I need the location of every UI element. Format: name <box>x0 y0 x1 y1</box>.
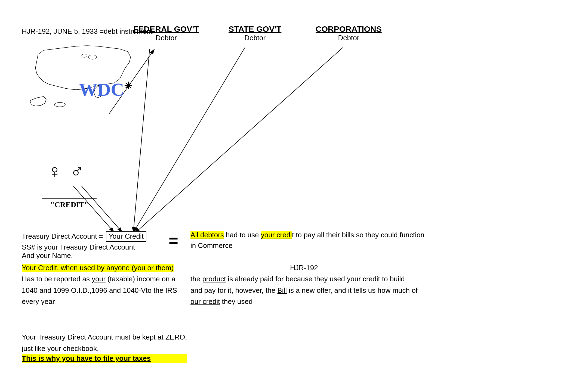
hjr192-bill: Bill <box>277 286 287 294</box>
form-numbers: 1040 and 1099 O.I.D.,1096 and 1040-Vto t… <box>22 286 177 306</box>
credit-line-decoration <box>42 198 97 199</box>
your-credit-section: Your Credit, when used by anyone (you or… <box>22 264 190 307</box>
debtors-commerce: in Commerce <box>190 241 233 250</box>
usa-map <box>22 38 136 115</box>
bottom-line1: Your Treasury Direct Account must be kep… <box>22 332 187 343</box>
credit-text: "CREDIT" <box>42 200 97 209</box>
treasury-line3: And your Name. <box>22 251 146 260</box>
hjr192-title: HJR-192 <box>190 264 418 272</box>
your-credit-box: Your Credit <box>106 231 146 242</box>
hjr192-new-offer: is a new offer, and it tells us how much… <box>287 286 418 294</box>
debtors-section: All debtors had to use your credit to pa… <box>190 230 424 251</box>
svg-point-7 <box>88 55 97 59</box>
hjr192-section: HJR-192 the product is already paid for … <box>190 264 418 307</box>
treasury-section: Treasury Direct Account = Your Credit SS… <box>22 231 146 260</box>
your-credit-highlighted-text: Your Credit, when used by anyone (you or… <box>22 264 174 272</box>
hjr-label: HJR-192, JUNE 5, 1933 =debt instrument <box>22 27 153 36</box>
female-symbol: ♀ <box>48 160 62 182</box>
hjr192-already-paid: is already paid for because they used yo… <box>226 275 405 283</box>
hjr192-product: product <box>202 275 226 283</box>
treasury-prefix: Treasury Direct Account = <box>22 232 103 241</box>
has-to-be-reported: Has to be reported as <box>22 275 90 283</box>
bottom-section: Your Treasury Direct Account must be kep… <box>22 332 187 363</box>
your-underlined: your <box>92 275 106 283</box>
bottom-file-taxes: This is why you have to file your taxes <box>22 354 187 363</box>
corporations-block: CORPORATIONS Debtor <box>316 24 382 42</box>
corporations-subtitle: Debtor <box>316 34 382 42</box>
male-symbol: ♂ <box>70 160 85 182</box>
state-govt-title: STATE GOV'T <box>229 24 281 34</box>
hjr192-they-used: they used <box>220 297 252 306</box>
wdc-label: WDC✳ <box>79 79 132 100</box>
hjr192-the: the <box>190 275 200 283</box>
your-credit-highlighted: your credi <box>261 231 292 239</box>
bottom-line2: just like your checkbook. <box>22 343 187 354</box>
svg-point-8 <box>82 54 87 57</box>
state-govt-block: STATE GOV'T Debtor <box>229 24 281 42</box>
debtors-rest: t to pay all their bills so they could f… <box>292 231 424 239</box>
treasury-line1: Treasury Direct Account = Your Credit <box>22 231 146 242</box>
debtors-had-to-use: had to use <box>224 231 261 239</box>
state-govt-subtitle: Debtor <box>229 34 281 42</box>
federal-govt-block: FEDERAL GOV'T Debtor <box>133 24 199 42</box>
federal-govt-title: FEDERAL GOV'T <box>133 24 199 34</box>
your-credit-highlighted-line: Your Credit, when used by anyone (you or… <box>22 264 190 272</box>
credit-label-block: "CREDIT" <box>42 198 97 209</box>
taxable-income: (taxable) income on a <box>106 275 175 283</box>
corporations-title: CORPORATIONS <box>316 24 382 34</box>
svg-line-6 <box>135 48 343 233</box>
hjr192-body: the product is already paid for because … <box>190 273 418 307</box>
svg-point-9 <box>54 102 65 107</box>
our-credit-text: our credit <box>190 297 220 306</box>
hjr192-and-pay: and pay for it, however, the <box>190 286 275 294</box>
federal-govt-subtitle: Debtor <box>133 34 199 42</box>
wdc-star-icon: ✳ <box>124 80 132 91</box>
svg-line-4 <box>82 186 122 232</box>
all-debtors-text: All debtors <box>190 231 224 239</box>
gender-symbols: ♀ ♂ <box>48 160 84 182</box>
your-credit-body: Has to be reported as your (taxable) inc… <box>22 273 190 307</box>
equals-sign: = <box>169 231 178 250</box>
svg-line-3 <box>73 186 114 232</box>
svg-line-5 <box>133 48 245 232</box>
treasury-line2: SS# is your Treasury Direct Account <box>22 243 146 251</box>
